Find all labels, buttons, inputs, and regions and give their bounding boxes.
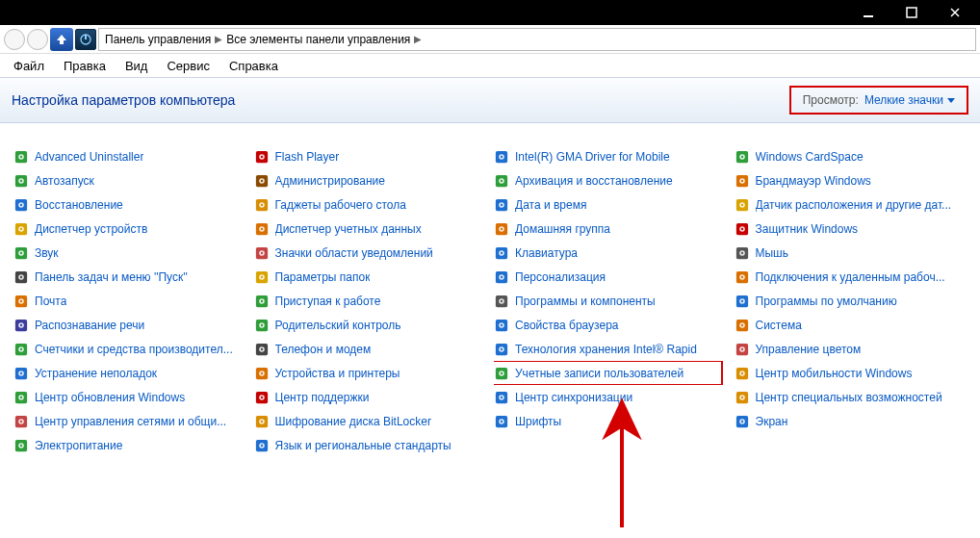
control-panel-item[interactable]: Подключения к удаленным рабоч... (735, 265, 967, 289)
control-panel-item[interactable]: Распознавание речи (13, 313, 246, 337)
control-panel-item[interactable]: Почта (13, 289, 246, 313)
control-panel-item[interactable]: Приступая к работе (254, 289, 487, 313)
applet-label: Windows CardSpace (756, 150, 864, 164)
menu-edit[interactable]: Правка (56, 57, 114, 75)
applet-icon (254, 438, 270, 453)
control-panel-item[interactable]: Диспетчер устройств (13, 217, 246, 241)
svg-point-105 (501, 323, 503, 325)
control-panel-item[interactable]: Администрирование (254, 168, 487, 192)
applet-icon (494, 390, 509, 405)
control-panel-item[interactable]: Технология хранения Intel® Rapid (494, 337, 727, 361)
menu-file[interactable]: Файл (6, 57, 52, 75)
control-panel-item[interactable]: Центр управления сетями и общи... (13, 409, 246, 433)
control-panel-item[interactable]: Программы по умолчанию (735, 289, 967, 313)
maximize-button[interactable] (890, 0, 933, 25)
control-panel-item[interactable]: Учетные записи пользователей (494, 361, 727, 385)
applet-icon (13, 173, 29, 189)
control-panel-item[interactable]: Шифрование диска BitLocker (254, 409, 487, 433)
view-dropdown[interactable]: Мелкие значки (864, 93, 955, 107)
control-panel-item[interactable]: Автозапуск (13, 168, 246, 192)
svg-point-42 (20, 444, 22, 446)
svg-point-66 (260, 323, 262, 325)
control-panel-item[interactable]: Язык и региональные стандарты (254, 433, 487, 457)
control-panel-item[interactable]: Центр обновления Windows (13, 385, 246, 409)
applet-label: Мышь (756, 246, 789, 260)
control-panel-item[interactable]: Значки области уведомлений (254, 241, 487, 265)
svg-point-60 (260, 275, 262, 277)
control-panel-item[interactable]: Защитник Windows (735, 217, 967, 241)
control-panel-item[interactable]: Счетчики и средства производител... (13, 337, 246, 361)
control-panel-item[interactable]: Диспетчер учетных данных (254, 217, 487, 241)
svg-point-72 (260, 371, 262, 373)
breadcrumb-lvl2[interactable]: Все элементы панели управления (226, 33, 410, 46)
applet-icon (735, 245, 750, 261)
control-panel-item[interactable]: Центр поддержки (254, 385, 487, 409)
chevron-right-icon: ▶ (215, 34, 222, 44)
applet-label: Центр специальных возможностей (756, 391, 942, 404)
control-panel-item[interactable]: Центр специальных возможностей (735, 385, 967, 409)
control-panel-item[interactable]: Параметры папок (254, 265, 487, 289)
breadcrumb[interactable]: Панель управления ▶ Все элементы панели … (98, 28, 976, 51)
control-panel-item[interactable]: Датчик расположения и другие дат... (735, 192, 967, 217)
control-panel-item[interactable]: Панель задач и меню ''Пуск'' (13, 265, 246, 289)
control-panel-item[interactable]: Свойства браузера (494, 313, 727, 337)
svg-point-57 (260, 251, 262, 253)
control-panel-item[interactable]: Экран (735, 409, 967, 433)
svg-point-45 (260, 155, 262, 157)
menu-tools[interactable]: Сервис (159, 57, 218, 75)
applet-icon (254, 318, 270, 333)
control-panel-item[interactable]: Intel(R) GMA Driver for Mobile (494, 144, 727, 168)
applet-label: Advanced Uninstaller (35, 150, 143, 164)
control-panel-item[interactable]: Центр мобильности Windows (735, 361, 967, 385)
nav-forward-button[interactable] (27, 29, 48, 50)
control-panel-item[interactable]: Персонализация (494, 265, 727, 289)
control-panel-item[interactable]: Архивация и восстановление (494, 168, 727, 192)
minimize-button[interactable] (846, 0, 890, 25)
control-panel-item[interactable]: Программы и компоненты (494, 289, 727, 313)
applet-icon (13, 366, 29, 381)
control-panel-item[interactable]: Устранение неполадок (13, 361, 246, 385)
applet-icon (735, 269, 750, 285)
menu-view[interactable]: Вид (117, 57, 156, 75)
control-panel-grid: Advanced UninstallerАвтозапускВосстановл… (0, 123, 980, 467)
applet-label: Персонализация (515, 270, 606, 284)
control-panel-item[interactable]: Восстановление (13, 192, 246, 217)
svg-point-27 (20, 323, 22, 325)
applet-label: Система (756, 319, 802, 332)
svg-point-6 (20, 155, 22, 157)
control-panel-item[interactable]: Дата и время (494, 192, 727, 217)
control-panel-item[interactable]: Мышь (735, 241, 967, 265)
menu-help[interactable]: Справка (221, 57, 286, 75)
applet-icon (735, 318, 750, 333)
chevron-down-icon (947, 98, 955, 103)
control-panel-item[interactable]: Брандмауэр Windows (735, 168, 967, 192)
control-panel-item[interactable]: Родительский контроль (254, 313, 487, 337)
applet-label: Устройства и принтеры (275, 367, 400, 380)
view-label: Просмотр: (803, 93, 859, 107)
breadcrumb-lvl1[interactable]: Панель управления (105, 33, 211, 46)
chevron-right-icon: ▶ (414, 34, 422, 44)
applet-label: Администрирование (275, 174, 385, 188)
nav-back-button[interactable] (4, 29, 25, 50)
close-button[interactable] (933, 0, 976, 25)
control-panel-item[interactable]: Шрифты (494, 409, 727, 433)
applet-label: Центр мобильности Windows (756, 367, 913, 380)
control-panel-item[interactable]: Гаджеты рабочего стола (254, 192, 487, 217)
control-panel-item[interactable]: Телефон и модем (254, 337, 487, 361)
control-panel-item[interactable]: Электропитание (13, 433, 246, 457)
control-panel-item[interactable]: Центр синхронизации (494, 385, 727, 409)
control-panel-item[interactable]: Клавиатура (494, 241, 727, 265)
applet-icon (494, 414, 509, 429)
control-panel-item[interactable]: Advanced Uninstaller (13, 144, 246, 168)
applet-icon (494, 197, 509, 213)
control-panel-icon (75, 29, 96, 50)
control-panel-item[interactable]: Устройства и принтеры (254, 361, 487, 385)
control-panel-item[interactable]: Система (735, 313, 967, 337)
control-panel-item[interactable]: Flash Player (254, 144, 487, 168)
control-panel-item[interactable]: Windows CardSpace (735, 144, 967, 168)
page-title: Настройка параметров компьютера (12, 92, 235, 108)
control-panel-item[interactable]: Звук (13, 241, 246, 265)
nav-up-button[interactable] (50, 28, 73, 51)
control-panel-item[interactable]: Управление цветом (735, 337, 967, 361)
control-panel-item[interactable]: Домашняя группа (494, 217, 727, 241)
